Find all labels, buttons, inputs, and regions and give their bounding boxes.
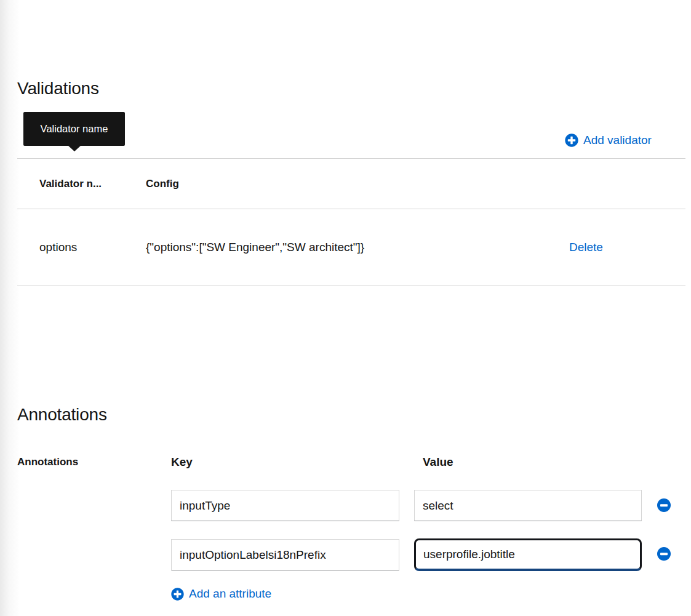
validations-section-title: Validations (17, 79, 99, 98)
validators-table-header: Validator n... Config (17, 158, 685, 209)
validator-name-cell: options (17, 241, 146, 254)
validators-table: Validator n... Config options {"options"… (17, 158, 685, 286)
plus-circle-icon (171, 588, 184, 601)
annotation-value-input-0[interactable] (414, 490, 642, 521)
column-header-config: Config (146, 178, 569, 190)
add-validator-label: Add validator (583, 134, 652, 147)
remove-annotation-button-1[interactable] (657, 547, 671, 561)
key-column-header: Key (171, 455, 193, 469)
add-attribute-label: Add an attribute (189, 587, 271, 601)
add-validator-button[interactable]: Add validator (565, 134, 652, 147)
attribute-settings-page: Validations Validator name Add validator… (0, 0, 691, 616)
validator-name-tooltip: Validator name (23, 112, 125, 146)
add-attribute-button[interactable]: Add an attribute (171, 587, 271, 601)
annotation-key-input-0[interactable] (171, 490, 399, 521)
annotations-field-label: Annotations (17, 456, 78, 468)
tooltip-text: Validator name (41, 123, 108, 135)
delete-validator-button[interactable]: Delete (569, 241, 603, 254)
annotations-section-title: Annotations (17, 405, 107, 425)
tooltip-arrow-down (68, 145, 81, 151)
annotation-key-input-1[interactable] (171, 539, 399, 570)
validator-table-row: options {"options":["SW Engineer","SW ar… (17, 209, 685, 286)
value-column-header: Value (423, 455, 453, 469)
plus-circle-icon (565, 134, 578, 147)
column-header-validator-name: Validator n... (17, 178, 146, 190)
remove-annotation-button-0[interactable] (657, 498, 671, 512)
validator-config-cell: {"options":["SW Engineer","SW architect"… (146, 241, 569, 254)
annotation-value-input-1-focused[interactable] (414, 538, 642, 571)
